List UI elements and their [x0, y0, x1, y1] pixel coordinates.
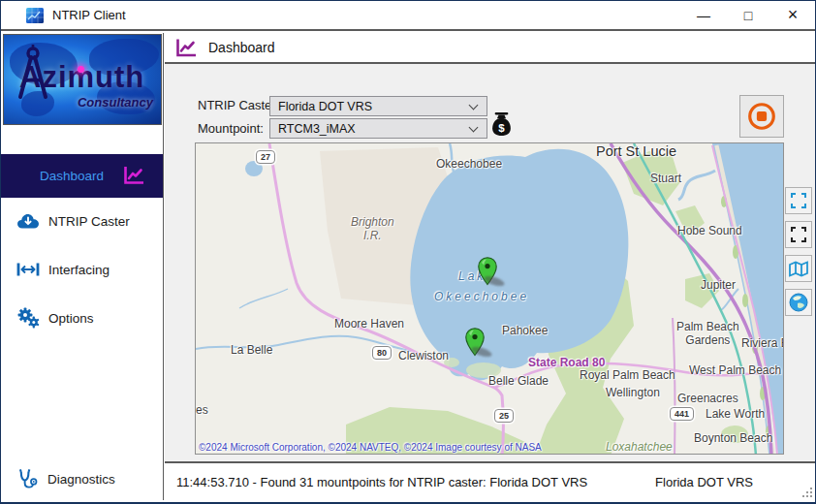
map-style-button[interactable] [785, 255, 812, 282]
stop-button[interactable] [739, 95, 784, 138]
sidebar-item-label: Interfacing [48, 263, 110, 277]
window-title: NTRIP Client [52, 8, 126, 22]
dashboard-content: NTRIP Caster: Florida DOT VRS Mountpoint… [165, 66, 815, 461]
road-shield: 25 [494, 409, 514, 423]
road-shield: 441 [670, 407, 694, 421]
map-label: Jupiter [701, 278, 736, 292]
close-button[interactable]: × [770, 1, 815, 29]
map-label: ©2024 Microsoft Corporation, ©2024 NAVTE… [199, 442, 542, 453]
fit-view-icon [790, 192, 807, 209]
status-caster: Florida DOT VRS [655, 475, 753, 489]
map-marker[interactable] [465, 328, 485, 357]
map-label: Okeechobee [434, 290, 529, 303]
folded-map-icon [789, 261, 808, 277]
sidebar-item-options[interactable]: Options [1, 299, 163, 337]
page-title: Dashboard [208, 40, 275, 55]
map-label: Clewiston [398, 349, 449, 362]
sidebar-item-label: NTRIP Caster [48, 214, 130, 229]
map-label: Pahokee [502, 324, 548, 337]
ntrip-caster-select[interactable]: Florida DOT VRS [269, 96, 487, 116]
interface-arrows-icon [16, 262, 40, 277]
sidebar-item-ntrip-caster[interactable]: NTRIP Caster [1, 202, 163, 240]
map-label: Greenacres [677, 392, 738, 405]
mountpoint-label: Mountpoint: [198, 121, 264, 136]
map-label: Moore Haven [334, 317, 404, 331]
marker-shadow [483, 274, 505, 288]
map-label: Stuart [650, 172, 681, 185]
status-bar: 11:44:53.710 - Found 31 mountpoints for … [165, 461, 815, 500]
sidebar-item-label: Diagnostics [47, 472, 115, 487]
map-label: Boynton Beach [694, 431, 772, 445]
svg-text:$: $ [498, 122, 505, 134]
map-overlay-layer: OkeechobeePort St LucieStuartHobe SoundJ… [196, 143, 784, 455]
map-label: West Palm Beach [689, 363, 781, 377]
mountpoint-select[interactable]: RTCM3_iMAX [269, 118, 487, 139]
chevron-down-icon [469, 100, 479, 110]
sidebar-item-dashboard[interactable]: Dashboard [1, 154, 163, 198]
chevron-down-icon [469, 122, 479, 132]
compass-icon [16, 45, 50, 101]
fullscreen-icon [790, 226, 807, 243]
maximize-button[interactable]: □ [726, 1, 770, 29]
app-icon [26, 8, 44, 23]
brand-logo: Azimuth Consultancy [3, 34, 162, 125]
map-canvas[interactable]: OkeechobeePort St LucieStuartHobe SoundJ… [195, 142, 784, 455]
map-label: Palm Beach Gardens [676, 320, 739, 347]
sidebar-item-interfacing[interactable]: Interfacing [1, 250, 163, 289]
status-message: 11:44:53.710 - Found 31 mountpoints for … [176, 475, 655, 489]
map-label: Okeechobee [436, 157, 502, 171]
gears-icon [16, 307, 40, 329]
minimize-button[interactable]: — [681, 1, 726, 29]
map-label: Wellington [606, 386, 660, 399]
map-label: Port St Lucie [596, 143, 676, 159]
map-label: Brighton I.R. [351, 215, 394, 242]
stop-record-icon [746, 101, 777, 132]
money-bag-icon: $ [491, 112, 512, 141]
marker-shadow [470, 345, 492, 359]
map-label: Belle Glade [488, 374, 549, 388]
main-panel: Dashboard NTRIP Caster: Florida DOT VRS … [165, 33, 815, 500]
page-header: Dashboard [165, 33, 815, 64]
line-chart-icon [175, 38, 198, 58]
fullscreen-button[interactable] [785, 221, 812, 248]
map-label: Loxahatchee [606, 440, 673, 454]
map-marker[interactable] [478, 257, 497, 286]
ntrip-caster-value: Florida DOT VRS [278, 100, 470, 113]
map-label: State Road 80 [528, 356, 605, 369]
titlebar: NTRIP Client — □ × [1, 1, 815, 31]
resize-grip[interactable] [802, 488, 812, 497]
sidebar-item-diagnostics[interactable]: Diagnostics [1, 459, 163, 498]
ntrip-caster-label: NTRIP Caster: [198, 98, 279, 112]
map-label: Royal Palm Beach [580, 368, 675, 382]
cloud-download-icon [16, 212, 40, 230]
road-shield: 27 [256, 150, 275, 164]
globe-view-button[interactable] [785, 289, 812, 316]
brand-subtitle: Consultancy [78, 95, 153, 110]
globe-icon [789, 293, 808, 312]
sidebar: Azimuth Consultancy Dashboard [1, 33, 164, 500]
map-label: Lake Worth [706, 407, 765, 421]
stethoscope-icon [16, 468, 39, 490]
map-label: res [195, 403, 208, 417]
sidebar-item-label: Options [48, 311, 94, 326]
line-chart-icon [123, 166, 145, 189]
road-shield: 80 [372, 346, 392, 360]
sidebar-item-label: Dashboard [40, 169, 104, 183]
map-label: Hobe Sound [677, 224, 742, 237]
map-label: Riviera B [741, 336, 784, 350]
map-label: La Belle [231, 343, 272, 357]
pink-dot [78, 66, 84, 73]
app-window: NTRIP Client — □ × Azimuth Consultancy D… [0, 0, 816, 504]
mountpoint-value: RTCM3_iMAX [278, 122, 470, 136]
fit-view-button[interactable] [785, 187, 812, 214]
